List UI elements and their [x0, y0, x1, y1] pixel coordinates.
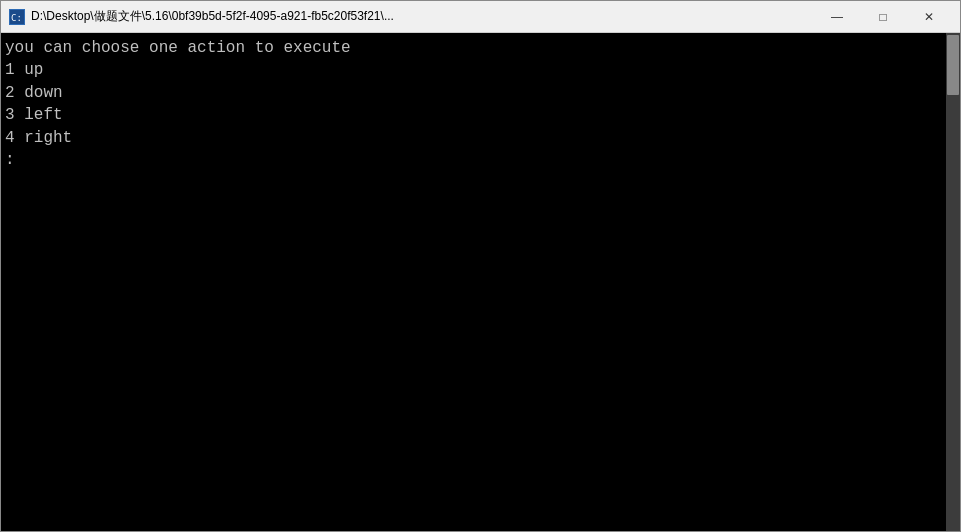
window: C: D:\Desktop\做题文件\5.16\0bf39b5d-5f2f-40…: [0, 0, 961, 532]
minimize-button[interactable]: —: [814, 1, 860, 33]
console-line: :: [5, 149, 942, 171]
maximize-button[interactable]: □: [860, 1, 906, 33]
scrollbar-thumb[interactable]: [947, 35, 959, 95]
window-controls: — □ ✕: [814, 1, 952, 33]
window-title: D:\Desktop\做题文件\5.16\0bf39b5d-5f2f-4095-…: [31, 8, 814, 25]
title-bar: C: D:\Desktop\做题文件\5.16\0bf39b5d-5f2f-40…: [1, 1, 960, 33]
console-line: 4 right: [5, 127, 942, 149]
app-icon: C:: [9, 9, 25, 25]
close-button[interactable]: ✕: [906, 1, 952, 33]
console-line: 3 left: [5, 104, 942, 126]
scrollbar[interactable]: [946, 33, 960, 531]
console-output[interactable]: you can choose one action to execute 1 u…: [1, 33, 946, 531]
console-line: 2 down: [5, 82, 942, 104]
console-line: 1 up: [5, 59, 942, 81]
console-line: you can choose one action to execute: [5, 37, 942, 59]
console-area: you can choose one action to execute 1 u…: [1, 33, 960, 531]
svg-text:C:: C:: [11, 13, 22, 23]
